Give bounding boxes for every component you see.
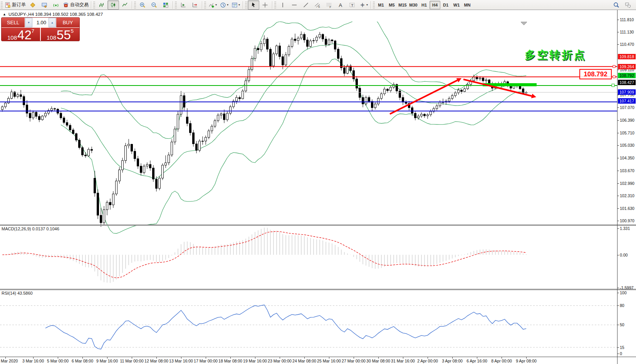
tile-icon [163, 2, 169, 8]
time-tick-label: 5 Mar 00:00 [44, 359, 72, 363]
time-tick-label: 3 Mar 16:00 [19, 359, 47, 363]
zoom-out-button[interactable] [148, 0, 160, 10]
toolbar-grip [204, 2, 206, 8]
channel-button[interactable]: E [312, 0, 323, 10]
template-icon [232, 2, 238, 8]
crosshair-button[interactable] [259, 0, 271, 10]
sell-price-pips: 42 [17, 29, 32, 40]
channel-icon: E [314, 2, 321, 8]
crosshair-icon [262, 2, 268, 8]
volume-down-button[interactable]: ▼ [25, 18, 32, 27]
fibonacci-button[interactable]: F [323, 0, 335, 10]
zoom-in-button[interactable] [137, 0, 148, 10]
axis-tick [617, 171, 619, 171]
buy-price-point: 5 [71, 29, 74, 34]
timeframe-m5-button[interactable]: M5 [386, 1, 397, 9]
buy-button[interactable]: BUY [56, 18, 79, 27]
rsi-line [45, 305, 526, 349]
chart-shift-marker-icon[interactable] [521, 22, 527, 25]
toolbar-grip [245, 2, 247, 8]
toolbar-separator [272, 1, 272, 9]
timeframe-m15-button[interactable]: M15 [397, 1, 408, 9]
toolbar-separator [132, 1, 132, 9]
fibo-icon: F [326, 2, 332, 8]
axis-tick [617, 228, 619, 229]
chat-button[interactable] [622, 0, 634, 10]
price-tick-label: 105.710 [620, 131, 634, 135]
sell-button[interactable]: SELL [2, 18, 25, 27]
chart-shift-button[interactable] [189, 0, 201, 10]
horizontal-line-button[interactable] [289, 0, 300, 10]
timeframe-w1-button[interactable]: W1 [451, 1, 462, 9]
timeframe-m1-button[interactable]: M1 [376, 1, 386, 9]
dropdown-caret-icon: ▾ [215, 3, 217, 7]
search-button[interactable] [611, 0, 622, 10]
dropdown-caret-icon: ▾ [227, 3, 228, 7]
svg-text:A: A [339, 2, 342, 8]
candle-chart-button[interactable] [107, 0, 119, 10]
line-handle[interactable] [613, 65, 615, 68]
toolbar-separator [202, 1, 202, 9]
sell-price[interactable]: 108 42 7 [2, 28, 41, 41]
macd-rsi-splitter[interactable] [0, 289, 636, 290]
toolbar-grip [274, 2, 276, 8]
one-click-collapse-icon[interactable]: ▲ [3, 12, 6, 16]
buy-price[interactable]: 108 55 5 [41, 28, 79, 41]
timeframe-m30-button[interactable]: M30 [408, 1, 419, 9]
signal-button[interactable] [50, 0, 62, 10]
line-handle[interactable] [613, 75, 615, 78]
timeframe-h1-button[interactable]: H1 [419, 1, 430, 9]
toolbar-separator [91, 1, 91, 9]
cursor-button[interactable] [248, 0, 259, 10]
rsi-tick-label: 0 [620, 351, 622, 356]
volume-up-button[interactable]: ▲ [49, 18, 56, 27]
toolbar-grip [373, 2, 375, 8]
tag-handle[interactable] [612, 84, 614, 87]
one-click-trading-panel: SELL ▼ 1.00 ▲ BUY 108 42 7 108 55 5 [1, 17, 80, 41]
metaeditor-button[interactable] [39, 0, 50, 10]
price-tag-label[interactable]: 108.792 [579, 69, 612, 79]
vertical-line-button[interactable] [277, 0, 289, 10]
main-macd-splitter[interactable] [0, 225, 636, 226]
rsi-tick-label: 100 [620, 290, 627, 295]
timeframe-h4-button[interactable]: H4 [430, 1, 440, 9]
timeframe-mn-button[interactable]: MN [462, 1, 473, 9]
axis-tick [617, 145, 619, 146]
time-tick-label: 19 Mar 16:00 [241, 359, 269, 363]
tile-windows-button[interactable] [160, 0, 171, 10]
bar-chart-button[interactable] [96, 0, 107, 10]
templates-button[interactable]: ▾ [230, 0, 242, 10]
autotrade-button[interactable]: 自动交易 [62, 0, 90, 10]
periods-button[interactable]: ▾ [218, 0, 230, 10]
toolbar-separator [173, 1, 173, 9]
rsi-tick-label: 15 [620, 345, 624, 350]
gold-icon-button[interactable] [27, 0, 39, 10]
label-button[interactable]: T [346, 0, 358, 10]
candles-layer [2, 32, 527, 227]
time-tick-label: 11 Mar 00:00 [117, 359, 146, 363]
auto-scroll-button[interactable] [178, 0, 189, 10]
macd-label: MACD(12,26,9) 0.0137 0.1046 [2, 226, 59, 231]
price-badge-107.417: 107.417 [618, 98, 636, 104]
time-tick-label: 27 Mar 00:00 [339, 359, 368, 363]
new-order-button[interactable]: 新订单 [3, 0, 27, 10]
volume-value[interactable]: 1.00 [32, 18, 49, 27]
labelT-icon: T [349, 2, 355, 8]
time-tick-label: 25 Mar 16:00 [315, 359, 343, 363]
macd-tick-label: 0.00 [620, 253, 628, 257]
svg-text:F: F [330, 6, 331, 8]
line-chart-button[interactable] [119, 0, 131, 10]
trend-down-arrow[interactable] [463, 79, 536, 98]
timeframe-d1-button[interactable]: D1 [440, 1, 451, 9]
indicators-button[interactable]: ▾ [207, 0, 218, 10]
dropdown-caret-icon: ▾ [238, 3, 240, 7]
text-button[interactable]: A [335, 0, 346, 10]
turning-point-annotation: 多空转折点 [525, 48, 586, 62]
axis-tick [617, 325, 619, 325]
bars-icon [99, 2, 105, 8]
axis-tick [617, 107, 619, 108]
trendline-button[interactable] [300, 0, 312, 10]
shapes-button[interactable]: ▾ [358, 0, 369, 10]
rsi-tick-label: 50 [620, 322, 624, 327]
symbol-ohlc-line: USDJPY-,H4 108.394 108.502 108.365 108.4… [8, 12, 103, 17]
